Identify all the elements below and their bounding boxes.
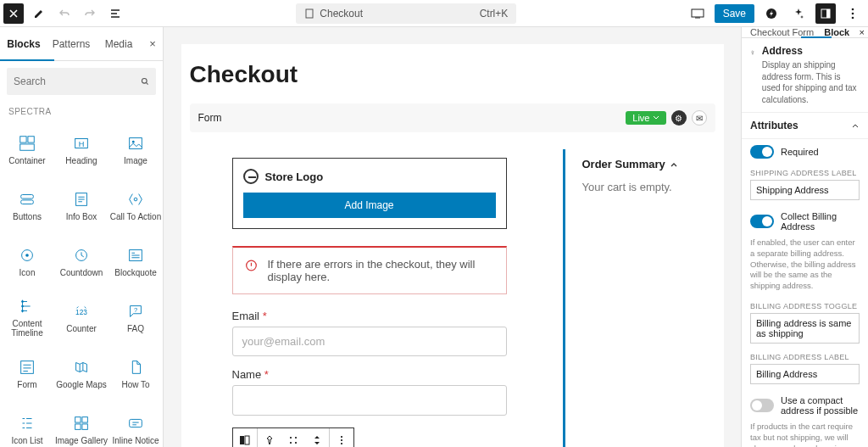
block-item[interactable]: Countdown (54, 233, 108, 289)
block-item[interactable]: Image Gallery (54, 401, 108, 447)
logo-placeholder-icon (243, 169, 259, 184)
toolbar-more-icon[interactable] (330, 428, 353, 447)
compact-toggle[interactable] (750, 399, 774, 412)
toolbar-block-type[interactable] (233, 428, 257, 447)
tab-blocks[interactable]: Blocks (0, 38, 47, 50)
block-item[interactable]: Blockquote (108, 233, 163, 289)
block-item[interactable]: Google Maps (54, 345, 108, 401)
email-field[interactable]: your@email.com (232, 327, 507, 356)
search-input[interactable] (14, 75, 141, 87)
svg-point-50 (290, 442, 292, 444)
settings-panel-toggle[interactable] (815, 3, 836, 24)
form-block-header[interactable]: Form Live ⚙ ✉ (190, 103, 715, 132)
svg-rect-47 (240, 436, 244, 444)
toolbar-move-icon[interactable] (281, 428, 305, 447)
svg-point-52 (295, 442, 297, 444)
svg-point-21 (25, 254, 29, 257)
compact-help: If products in the cart require tax but … (742, 422, 868, 447)
svg-rect-10 (28, 136, 34, 142)
edit-icon[interactable] (29, 3, 49, 24)
svg-point-51 (295, 437, 297, 439)
block-settings-panel: Checkout Form Block × Address Display an… (741, 27, 868, 447)
device-preview-icon[interactable] (687, 3, 708, 24)
top-toolbar: Checkout Ctrl+K Save (0, 0, 868, 27)
document-title-bar[interactable]: Checkout Ctrl+K (296, 3, 516, 24)
block-item[interactable]: Icon (0, 233, 54, 289)
svg-rect-48 (245, 436, 249, 444)
mail-icon[interactable]: ✉ (692, 110, 707, 126)
page-title[interactable]: Checkout (181, 61, 724, 103)
close-settings-button[interactable]: × (860, 27, 865, 37)
block-item[interactable]: How To (108, 345, 163, 401)
svg-text:?: ? (134, 305, 137, 313)
svg-text:H: H (79, 139, 85, 148)
redo-button[interactable] (80, 3, 100, 24)
tab-patterns[interactable]: Patterns (47, 38, 95, 50)
block-item[interactable]: Buttons (0, 177, 54, 233)
search-icon (141, 75, 149, 87)
toolbar-updown-icon[interactable] (305, 428, 329, 447)
block-item[interactable]: Icon List (0, 401, 54, 447)
svg-rect-0 (306, 9, 313, 18)
block-item[interactable]: Form (0, 345, 54, 401)
alert-icon (245, 258, 258, 273)
block-item[interactable]: Inline Notice (108, 401, 163, 447)
svg-rect-17 (21, 199, 34, 204)
attributes-section-header[interactable]: Attributes (742, 113, 868, 139)
more-menu-icon[interactable] (843, 3, 863, 24)
close-editor-button[interactable] (3, 3, 24, 24)
doc-title-text: Checkout (320, 8, 363, 20)
toolbar-pin-icon[interactable] (258, 428, 281, 447)
svg-point-24 (21, 300, 24, 303)
block-item[interactable]: Container (0, 121, 54, 177)
svg-rect-16 (21, 194, 34, 198)
sparkle-icon[interactable] (788, 3, 809, 24)
svg-rect-4 (826, 9, 830, 18)
svg-rect-31 (82, 416, 87, 422)
chevron-up-icon (670, 160, 678, 169)
bolt-icon[interactable] (761, 3, 782, 24)
block-item[interactable]: 123Counter (54, 289, 108, 345)
required-toggle[interactable] (750, 145, 774, 159)
cart-empty-text: Your cart is empty. (582, 181, 715, 193)
name-field[interactable] (232, 385, 507, 416)
block-search[interactable] (7, 68, 156, 95)
svg-rect-11 (20, 143, 35, 149)
billing-label-input[interactable]: Billing Address (750, 364, 860, 384)
svg-point-53 (341, 436, 342, 438)
live-badge[interactable]: Live (626, 111, 665, 125)
svg-rect-34 (130, 419, 142, 427)
error-notice[interactable]: If there are errors in the checkout, the… (232, 246, 507, 294)
name-label: Name * (232, 368, 507, 381)
block-item[interactable]: HHeading (54, 121, 108, 177)
block-item[interactable]: Call To Action (108, 177, 163, 233)
svg-point-54 (341, 439, 342, 441)
order-summary-heading[interactable]: Order Summary (582, 158, 715, 170)
order-summary-column: Order Summary Your cart is empty. (563, 149, 715, 447)
save-button[interactable]: Save (715, 4, 754, 23)
block-card-desc: Display an shipping address form. This i… (762, 59, 860, 105)
outline-button[interactable] (105, 3, 125, 24)
billing-toggle-heading: BILLING ADDRESS TOGGLE (742, 298, 868, 313)
engine-icon[interactable]: ⚙ (671, 110, 687, 126)
svg-rect-14 (130, 137, 142, 148)
shipping-label-input[interactable]: Shipping Address (750, 180, 860, 200)
undo-button[interactable] (54, 3, 75, 24)
block-item[interactable]: Image (108, 121, 163, 177)
block-toolbar[interactable] (232, 427, 354, 447)
store-logo-block[interactable]: Store Logo Add Image (232, 158, 507, 229)
block-item[interactable]: ?FAQ (108, 289, 163, 345)
checkout-main-column: Store Logo Add Image If there are errors… (190, 149, 549, 447)
close-inserter-button[interactable]: × (142, 37, 163, 50)
store-logo-label: Store Logo (265, 170, 324, 183)
add-image-button[interactable]: Add Image (243, 193, 496, 218)
block-item[interactable]: Info Box (54, 177, 108, 233)
pin-icon (750, 45, 755, 60)
tab-media[interactable]: Media (95, 38, 142, 50)
editor-canvas[interactable]: Checkout Form Live ⚙ ✉ Store Logo Add Im… (164, 27, 741, 447)
svg-point-49 (290, 437, 292, 439)
collect-billing-toggle[interactable] (750, 215, 774, 228)
billing-toggle-input[interactable]: Billing address is same as shipping (750, 313, 860, 344)
billing-label-heading: BILLING ADDRESS LABEL (742, 349, 868, 364)
block-item[interactable]: Content Timeline (0, 289, 54, 345)
